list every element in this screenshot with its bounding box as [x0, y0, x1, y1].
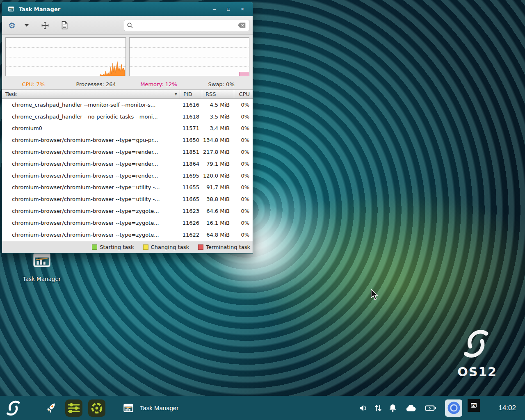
cell-pid: 11864 — [180, 161, 202, 167]
column-header-task[interactable]: Task ▼ — [2, 90, 180, 98]
cell-cpu: 0% — [234, 114, 253, 120]
cell-cpu: 0% — [234, 102, 253, 108]
cpu-history-curve — [100, 58, 125, 76]
up-down-arrows-icon — [374, 403, 383, 413]
memory-graph — [129, 37, 250, 76]
table-row[interactable]: chromium0115713,4 MiB0% — [2, 123, 253, 135]
search-box — [124, 20, 249, 31]
table-row[interactable]: chromium-browser/chromium-browser --type… — [2, 158, 253, 170]
legend-swatch — [198, 244, 203, 250]
legend-item: Terminating task — [198, 244, 250, 250]
taskbar-task-label: Task Manager — [140, 404, 178, 411]
column-header-cpu[interactable]: CPU — [234, 90, 253, 98]
clear-search-button[interactable] — [237, 22, 247, 28]
details-button[interactable] — [58, 19, 71, 31]
cell-pid: 11650 — [180, 137, 202, 143]
cell-rss: 91,7 MiB — [202, 184, 234, 190]
taskbar-os-logo-button[interactable] — [6, 399, 22, 417]
search-input[interactable] — [136, 22, 237, 28]
task-manager-window: Task Manager – □ × ⚙ — [2, 2, 253, 253]
os-logo-text: OS12 — [457, 365, 497, 379]
table-row[interactable]: chromium-browser/chromium-browser --type… — [2, 134, 253, 146]
maximize-button[interactable]: □ — [221, 4, 235, 14]
cell-cpu: 0% — [234, 232, 253, 238]
chromium-tray-button[interactable] — [445, 399, 462, 417]
cell-pid: 11618 — [180, 114, 202, 120]
cell-cpu: 0% — [234, 196, 253, 202]
cell-task: chrome_crashpad_handler --monitor-self -… — [2, 102, 180, 108]
processes-stat: Processes: 264 — [65, 81, 128, 87]
minimize-button[interactable]: – — [208, 4, 221, 14]
table-row[interactable]: chromium-browser/chromium-browser --type… — [2, 193, 253, 205]
dock-settings-button[interactable] — [65, 399, 83, 417]
os-logo-icon — [6, 399, 22, 417]
taskbar: Task Manager — [0, 396, 525, 420]
stats-row: CPU: 7% Processes: 264 Memory: 12% Swap:… — [2, 79, 253, 89]
dock-launcher-button[interactable] — [42, 399, 60, 417]
clock[interactable]: 14:02 — [498, 404, 516, 412]
legend-item: Starting task — [92, 244, 134, 250]
legend: Starting taskChanging taskTerminating ta… — [2, 241, 253, 253]
window-title: Task Manager — [19, 6, 208, 12]
cell-task: chromium-browser/chromium-browser --type… — [2, 208, 180, 214]
gear-icon: ⚙ — [8, 21, 16, 30]
cell-cpu: 0% — [234, 125, 253, 131]
task-manager-tray-button[interactable] — [468, 399, 480, 412]
document-icon — [61, 21, 68, 30]
table-row[interactable]: chrome_crashpad_handler --no-periodic-ta… — [2, 111, 253, 123]
cell-task: chromium-browser/chromium-browser --type… — [2, 184, 180, 190]
desktop: OS12 Task Manager Task Manager – □ × ⚙ — [0, 0, 525, 420]
cell-cpu: 0% — [234, 149, 253, 155]
column-header-pid[interactable]: PID — [180, 90, 202, 98]
taskbar-task-entry[interactable]: Task Manager — [121, 401, 178, 415]
cloud-sync-button[interactable] — [405, 404, 416, 413]
cell-task: chromium-browser/chromium-browser --type… — [2, 161, 180, 167]
table-row[interactable]: chromium-browser/chromium-browser --type… — [2, 205, 253, 217]
cell-cpu: 0% — [234, 137, 253, 143]
sort-arrow-icon: ▼ — [175, 92, 177, 96]
column-header-rss[interactable]: RSS — [202, 90, 234, 98]
battery-button[interactable] — [425, 404, 436, 413]
cell-rss: 16,1 MiB — [202, 220, 234, 226]
cell-cpu: 0% — [234, 220, 253, 226]
cell-task: chrome_crashpad_handler --no-periodic-ta… — [2, 114, 180, 120]
cell-pid: 11623 — [180, 208, 202, 214]
settings-button[interactable]: ⚙ — [5, 20, 18, 31]
cell-task: chromium-browser/chromium-browser --type… — [2, 137, 180, 143]
os-logo: OS12 — [457, 327, 497, 379]
process-table-body: chrome_crashpad_handler --monitor-self -… — [2, 99, 253, 241]
table-row[interactable]: chromium-browser/chromium-browser --type… — [2, 146, 253, 158]
cpu-graph — [5, 37, 126, 76]
table-row[interactable]: chromium-browser/chromium-browser --type… — [2, 229, 253, 241]
table-row[interactable]: chromium-browser/chromium-browser --type… — [2, 170, 253, 182]
cloud-icon — [405, 404, 416, 413]
titlebar[interactable]: Task Manager – □ × — [2, 2, 253, 16]
cell-rss: 134,8 MiB — [202, 137, 234, 143]
legend-swatch — [92, 244, 97, 250]
cell-pid: 11665 — [180, 196, 202, 202]
transfer-button[interactable] — [374, 403, 383, 413]
table-row[interactable]: chrome_crashpad_handler --monitor-self -… — [2, 99, 253, 111]
cell-pid: 11655 — [180, 184, 202, 190]
cell-cpu: 0% — [234, 208, 253, 214]
notifications-button[interactable] — [388, 403, 397, 413]
sliders-icon — [65, 399, 83, 417]
toolbar: ⚙ — [2, 16, 253, 35]
cell-rss: 120,0 MiB — [202, 173, 234, 179]
battery-charging-icon — [425, 404, 436, 413]
cell-task: chromium-browser/chromium-browser --type… — [2, 220, 180, 226]
close-button[interactable]: × — [235, 4, 249, 14]
dock-app-menu-button[interactable] — [88, 399, 106, 417]
cpu-stat: CPU: 7% — [2, 81, 65, 87]
volume-button[interactable] — [358, 403, 368, 413]
table-row[interactable]: chromium-browser/chromium-browser --type… — [2, 217, 253, 229]
table-header: Task ▼ PID RSS CPU — [2, 89, 253, 99]
legend-label: Starting task — [100, 244, 134, 250]
cell-rss: 3,4 MiB — [202, 125, 234, 131]
cell-rss: 79,1 MiB — [202, 161, 234, 167]
settings-dropdown-button[interactable] — [22, 23, 32, 28]
cell-pid: 11626 — [180, 220, 202, 226]
table-row[interactable]: chromium-browser/chromium-browser --type… — [2, 182, 253, 194]
pick-window-button[interactable] — [38, 20, 52, 31]
column-header-task-label: Task — [5, 91, 17, 97]
